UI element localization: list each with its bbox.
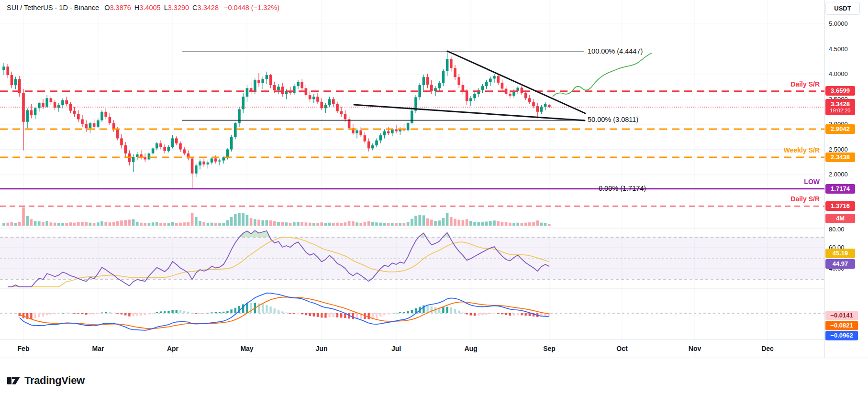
ohlc-values: O3.3876H3.4005L3.3290C3.3428: [104, 4, 222, 11]
rsi-tick: 80.00: [829, 225, 845, 234]
price-tick: 4.0000: [829, 70, 848, 78]
daily-sr-lower-badge: 1.3716: [825, 201, 855, 211]
ohlc-l: L3.3290: [164, 4, 192, 11]
support-badge: 2.9042: [825, 124, 855, 134]
fib-level-label[interactable]: 100.00% (4.4447): [588, 47, 643, 55]
fib-level-label[interactable]: 0.00% (1.7174): [599, 185, 646, 192]
time-axis-month[interactable]: Aug: [464, 345, 477, 352]
countdown-timer: 19:02:20: [825, 108, 855, 114]
currency-button[interactable]: USDT: [825, 2, 860, 15]
tradingview-logo[interactable]: TradingView: [7, 373, 85, 388]
daily-sr-lower-line-label: Daily S/R: [790, 195, 820, 203]
ohlc-o: O3.3876: [104, 4, 134, 11]
tradingview-chart-window: SUI / TetherUS · 1D · Binance O3.3876H3.…: [0, 0, 868, 393]
time-axis-month[interactable]: Dec: [761, 345, 774, 352]
weekly-sr-line-label: Weekly S/R: [784, 146, 820, 154]
time-axis-month[interactable]: Mar: [92, 345, 104, 352]
time-axis-month[interactable]: Oct: [616, 345, 627, 352]
time-axis-month[interactable]: May: [240, 345, 253, 352]
symbol-legend[interactable]: SUI / TetherUS · 1D · Binance O3.3876H3.…: [7, 4, 279, 11]
rsi-badge: 44.97: [825, 259, 855, 269]
time-axis-month[interactable]: Nov: [689, 345, 701, 352]
low-line-label: LOW: [804, 178, 820, 186]
fib-retracement[interactable]: [182, 52, 584, 188]
time-axis-month[interactable]: Jun: [316, 345, 328, 352]
tradingview-logo-text: TradingView: [24, 374, 85, 387]
rsi-band: [0, 237, 824, 279]
last-price-badge: 3.342819:02:20: [825, 99, 855, 115]
time-axis-border: [0, 358, 868, 358]
low-badge: 1.7174: [825, 184, 855, 194]
time-axis-month[interactable]: Apr: [167, 345, 178, 352]
price-axis[interactable]: [824, 0, 868, 358]
ohlc-c: C3.3428: [192, 4, 222, 11]
fib-level-label[interactable]: 50.00% (3.0811): [588, 116, 638, 123]
tradingview-logo-icon: [7, 373, 21, 388]
macd-signal-badge: −0.0821: [825, 321, 858, 330]
chart-canvas[interactable]: [0, 0, 868, 393]
symbol-title: SUI / TetherUS · 1D · Binance: [7, 4, 99, 11]
volume-badge: 4M: [825, 214, 855, 223]
gridlines: [0, 0, 824, 357]
macd-line-badge: −0.0962: [825, 331, 858, 340]
volume-series[interactable]: [2, 207, 550, 226]
daily-sr-upper-badge: 3.6599: [825, 86, 855, 96]
price-tick: 5.0000: [829, 20, 848, 28]
macd-hist-badge: −0.0141: [825, 311, 858, 320]
daily-sr-upper-line-label: Daily S/R: [790, 80, 820, 88]
time-axis-month[interactable]: Jul: [391, 345, 401, 352]
change-value: −0.0448 (−1.32%): [224, 4, 279, 11]
weekly-sr-badge: 2.3438: [825, 153, 855, 162]
ohlc-h: H3.4005: [134, 4, 164, 11]
price-tick: 2.0000: [829, 170, 848, 179]
time-axis-month[interactable]: Feb: [18, 345, 30, 352]
descending-trendlines[interactable]: [354, 51, 585, 120]
price-tick: 4.5000: [829, 45, 848, 54]
projection-curve[interactable]: [553, 53, 652, 97]
time-axis-month[interactable]: Sep: [543, 345, 556, 352]
rsi-ma-badge: 45.19: [825, 249, 855, 258]
